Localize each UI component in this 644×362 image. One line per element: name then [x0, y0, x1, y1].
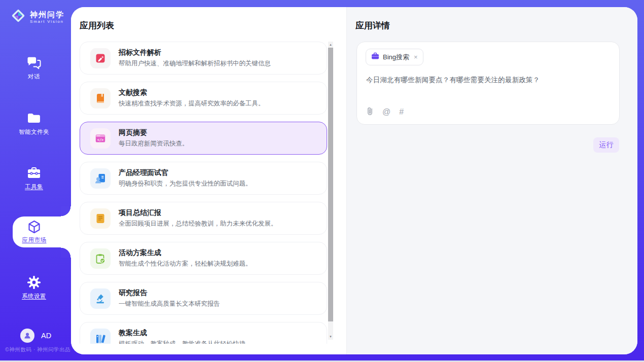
clipboard-check-icon: [90, 248, 111, 269]
paperclip-icon[interactable]: [366, 106, 374, 118]
brand-subtitle: Smart Vision: [30, 19, 64, 24]
brand-name: 神州问学: [30, 10, 64, 19]
app-card[interactable]: 文献搜索 快速精准查找学术资源，提高研究效率的必备工具。: [80, 82, 327, 115]
app-card-description: 帮助用户快速、准确地理解和解析招标书中的关键信息: [119, 59, 271, 68]
active-tab-fillet-top: [61, 206, 71, 216]
cube-icon: [27, 220, 41, 234]
app-card[interactable]: 研究报告 一键智能生成高质量长文本研究报告: [80, 282, 327, 315]
webpage-icon: </>: [90, 128, 111, 149]
tool-tag-close-icon[interactable]: ×: [414, 53, 418, 61]
chat-icon: [26, 56, 42, 70]
app-detail-title: 应用详情: [355, 20, 390, 31]
sidebar-item-4[interactable]: 应用市场: [13, 216, 71, 247]
user-label: AD: [41, 332, 51, 340]
composer-card: Bing搜索 × 今日湖北有哪些新闻要点？有哪些需要关注的最新政策？ @ #: [356, 42, 620, 125]
app-card-title: 研究报告: [119, 288, 220, 298]
app-card[interactable]: 活动方案生成 智能生成个性化活动方案，轻松解决规划难题。: [80, 242, 327, 275]
scrollbar-thumb[interactable]: [328, 48, 333, 321]
app-card-description: 模板驱动，教案秒成，教学准备从此轻松快捷: [119, 340, 245, 344]
microscope-icon: [90, 288, 111, 309]
avatar[interactable]: [20, 329, 34, 343]
app-card-description: 明确身份和职责，为您提供专业性的面试问题。: [119, 179, 252, 188]
app-card[interactable]: </> 网页摘要 每日政府新闻资讯快查。: [80, 122, 327, 155]
at-icon[interactable]: @: [382, 108, 390, 116]
app-list-scrollbar[interactable]: ▲ ▼: [328, 42, 333, 340]
app-card-description: 一键智能生成高质量长文本研究报告: [119, 300, 220, 308]
app-card-description: 快速精准查找学术资源，提高研究效率的必备工具。: [119, 99, 265, 108]
sidebar-item-5[interactable]: 系统设置: [0, 275, 68, 300]
run-button[interactable]: 运行: [593, 137, 619, 153]
app-card-description: 每日政府新闻资讯快查。: [119, 139, 189, 148]
app-card-title: 活动方案生成: [119, 248, 252, 258]
active-tab-fillet-bottom: [61, 247, 71, 258]
hash-icon[interactable]: #: [399, 108, 404, 116]
books-icon: [90, 329, 111, 344]
app-card-title: 产品经理面试官: [119, 168, 252, 177]
sidebar-footer: ©神州数码 · 神州问学出品: [5, 346, 70, 353]
svg-text:</>: </>: [97, 137, 104, 141]
gear-icon: [27, 275, 41, 289]
app-card-title: 招标文件解析: [119, 48, 271, 57]
app-cards-list: 招标文件解析 帮助用户快速、准确地理解和解析招标书中的关键信息 文献搜索 快速精…: [71, 42, 346, 344]
book-icon: [90, 88, 111, 108]
scrollbar-down-arrow[interactable]: ▼: [328, 334, 333, 340]
sidebar-item-2[interactable]: 智能文件夹: [0, 111, 68, 136]
app-card-description: 全面回顾项目进展，总结经验教训，助力未来优化发展。: [119, 220, 277, 228]
composer-toolbar: @ #: [366, 106, 404, 118]
sidebar-item-3[interactable]: 工具集: [0, 166, 68, 191]
main-content: 应用列表 招标文件解析 帮助用户快速、准确地理解和解析招标书中的关键信息 文献搜…: [71, 7, 637, 354]
sidebar-item-label: 系统设置: [22, 293, 46, 300]
app-list-panel: 应用列表 招标文件解析 帮助用户快速、准确地理解和解析招标书中的关键信息 文献搜…: [71, 7, 347, 354]
app-window: { "brand": {"name": "神州问学", "subtitle": …: [0, 0, 644, 362]
folder-icon: [27, 111, 41, 125]
app-card-title: 项目总结汇报: [119, 208, 277, 218]
tool-tag-label: Bing搜索: [383, 53, 409, 62]
app-card-description: 智能生成个性化活动方案，轻松解决规划难题。: [119, 260, 252, 268]
sidebar-item-1[interactable]: 对话: [0, 56, 68, 81]
report-doc-icon: [90, 208, 111, 229]
sidebar-item-label: 对话: [28, 73, 40, 81]
app-card-title: 教案生成: [119, 329, 245, 338]
query-text-input[interactable]: 今日湖北有哪些新闻要点？有哪些需要关注的最新政策？: [366, 76, 611, 85]
bid-doc-icon: [90, 48, 111, 68]
brand-logo-icon: [10, 8, 26, 26]
app-detail-panel: 应用详情 Bing搜索 × 今日湖北有哪些新闻要点？有哪些需要关注的最新政策？: [347, 7, 637, 354]
briefcase-icon: [371, 52, 379, 62]
app-list-title: 应用列表: [80, 20, 114, 31]
sidebar-item-label: 应用市场: [22, 236, 47, 244]
sidebar-item-label: 工具集: [25, 183, 43, 191]
app-card-title: 文献搜索: [119, 88, 265, 97]
app-card-title: 网页摘要: [119, 128, 189, 137]
sidebar: 神州问学 Smart Vision 对话 智能文件夹 工具集 应用市场 系统设置…: [0, 0, 71, 362]
app-card[interactable]: 项目总结汇报 全面回顾项目进展，总结经验教训，助力未来优化发展。: [80, 202, 327, 235]
app-card[interactable]: 产品经理面试官 明确身份和职责，为您提供专业性的面试问题。: [80, 162, 327, 195]
app-card[interactable]: 教案生成 模板驱动，教案秒成，教学准备从此轻松快捷: [80, 322, 327, 344]
user-row[interactable]: AD: [20, 329, 51, 343]
interview-icon: [90, 168, 111, 189]
toolbox-icon: [27, 166, 41, 180]
user-icon: [23, 332, 31, 340]
app-card[interactable]: 招标文件解析 帮助用户快速、准确地理解和解析招标书中的关键信息: [80, 42, 327, 75]
scrollbar-up-arrow[interactable]: ▲: [328, 42, 333, 48]
brand: 神州问学 Smart Vision: [10, 8, 64, 26]
sidebar-item-label: 智能文件夹: [19, 128, 49, 136]
tool-tag[interactable]: Bing搜索 ×: [366, 49, 423, 65]
